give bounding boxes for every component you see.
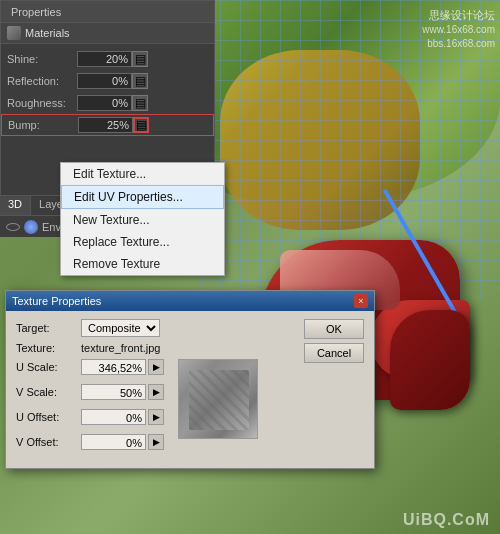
dialog-body: Target: Composite Texture: texture_front… (6, 311, 374, 468)
bump-browse-btn[interactable]: ▤ (133, 117, 149, 133)
texture-properties-dialog: Texture Properties × Target: Composite T… (5, 290, 375, 469)
vscale-label: V Scale: (16, 386, 81, 398)
second-shoe (390, 310, 490, 430)
reflection-browse-btn[interactable]: ▤ (132, 73, 148, 89)
voffset-label: V Offset: (16, 436, 81, 448)
texture-filename: texture_front.jpg (81, 342, 161, 354)
watermark: 思缘设计论坛 www.16x68.com bbs.16x68.com (422, 8, 495, 51)
bump-input[interactable] (78, 117, 133, 133)
env-sphere-icon (24, 220, 38, 234)
shine-browse-btn[interactable]: ▤ (132, 51, 148, 67)
menu-new-texture[interactable]: New Texture... (61, 209, 224, 231)
vscale-arrow-btn[interactable]: ▶ (148, 384, 164, 400)
cancel-button[interactable]: Cancel (304, 343, 364, 363)
context-menu: Edit Texture... Edit UV Properties... Ne… (60, 162, 225, 276)
uoffset-value: 0% (81, 409, 146, 425)
vscale-row: V Scale: 50% ▶ (16, 384, 164, 400)
roughness-label: Roughness: (7, 97, 77, 109)
materials-header: Materials (1, 23, 214, 44)
bump-label: Bump: (8, 119, 78, 131)
materials-icon (7, 26, 21, 40)
target-select[interactable]: Composite (81, 319, 160, 337)
dialog-title: Texture Properties (12, 295, 101, 307)
roughness-row: Roughness: ▤ (1, 92, 214, 114)
roughness-input[interactable] (77, 95, 132, 111)
bump-row: Bump: ▤ (1, 114, 214, 136)
target-row: Target: Composite (16, 319, 296, 337)
menu-edit-uv[interactable]: Edit UV Properties... (61, 185, 224, 209)
eye-icon[interactable] (6, 223, 20, 231)
dialog-close-button[interactable]: × (354, 294, 368, 308)
shine-label: Shine: (7, 53, 77, 65)
voffset-value: 0% (81, 434, 146, 450)
menu-remove-texture[interactable]: Remove Texture (61, 253, 224, 275)
tab-3d[interactable]: 3D (0, 196, 31, 215)
shine-row: Shine: ▤ (1, 48, 214, 70)
dialog-right-section: OK Cancel (304, 319, 364, 460)
vscale-value: 50% (81, 384, 146, 400)
uscale-row: U Scale: 346,52% ▶ (16, 359, 164, 375)
voffset-row: V Offset: 0% ▶ (16, 434, 164, 450)
roughness-browse-btn[interactable]: ▤ (132, 95, 148, 111)
uoffset-label: U Offset: (16, 411, 81, 423)
materials-label: Materials (25, 27, 70, 39)
reflection-row: Reflection: ▤ (1, 70, 214, 92)
target-label: Target: (16, 322, 81, 334)
preview-row: U Scale: 346,52% ▶ V Scale: 50% ▶ U Offs… (16, 359, 296, 455)
menu-replace-texture[interactable]: Replace Texture... (61, 231, 224, 253)
texture-file-label: Texture: (16, 342, 81, 354)
uscale-value: 346,52% (81, 359, 146, 375)
dialog-titlebar: Texture Properties × (6, 291, 374, 311)
menu-edit-texture[interactable]: Edit Texture... (61, 163, 224, 185)
ok-button[interactable]: OK (304, 319, 364, 339)
voffset-arrow-btn[interactable]: ▶ (148, 434, 164, 450)
shine-input[interactable] (77, 51, 132, 67)
dialog-left-section: Target: Composite Texture: texture_front… (16, 319, 296, 460)
scale-offset-inputs: U Scale: 346,52% ▶ V Scale: 50% ▶ U Offs… (16, 359, 164, 455)
properties-tab-label: Properties (7, 5, 65, 19)
texture-row: Texture: texture_front.jpg (16, 342, 296, 354)
bottom-watermark: UiBQ.CoM (403, 511, 490, 529)
uoffset-row: U Offset: 0% ▶ (16, 409, 164, 425)
reflection-input[interactable] (77, 73, 132, 89)
reflection-label: Reflection: (7, 75, 77, 87)
uoffset-arrow-btn[interactable]: ▶ (148, 409, 164, 425)
texture-preview (178, 359, 258, 439)
uscale-label: U Scale: (16, 361, 81, 373)
uscale-arrow-btn[interactable]: ▶ (148, 359, 164, 375)
panel-tab-bar: Properties (1, 1, 214, 23)
properties-content: Shine: ▤ Reflection: ▤ Roughness: ▤ Bump… (1, 44, 214, 140)
